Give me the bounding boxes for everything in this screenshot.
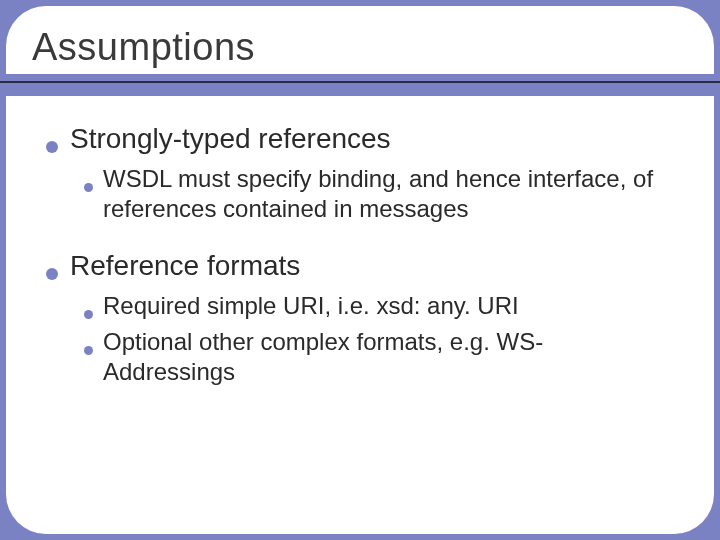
slide-content: Strongly-typed references WSDL must spec… bbox=[46, 121, 674, 393]
bullet-icon bbox=[46, 141, 58, 153]
bullet-item-l1: Strongly-typed references bbox=[46, 121, 674, 156]
bullet-item-l2: WSDL must specify binding, and hence int… bbox=[84, 164, 674, 224]
slide-title: Assumptions bbox=[32, 26, 255, 69]
bullet-item-l2: Optional other complex formats, e.g. WS-… bbox=[84, 327, 674, 387]
bullet-text: Optional other complex formats, e.g. WS-… bbox=[103, 327, 674, 387]
bullet-text: Reference formats bbox=[70, 248, 300, 283]
bullet-text: Strongly-typed references bbox=[70, 121, 391, 156]
bullet-text: WSDL must specify binding, and hence int… bbox=[103, 164, 674, 224]
bullet-item-l1: Reference formats bbox=[46, 248, 674, 283]
bullet-icon bbox=[84, 183, 93, 192]
bullet-icon bbox=[84, 310, 93, 319]
bullet-icon bbox=[84, 346, 93, 355]
bullet-item-l2: Required simple URI, i.e. xsd: any. URI bbox=[84, 291, 674, 321]
title-divider bbox=[0, 74, 720, 96]
bullet-text: Required simple URI, i.e. xsd: any. URI bbox=[103, 291, 519, 321]
bullet-icon bbox=[46, 268, 58, 280]
